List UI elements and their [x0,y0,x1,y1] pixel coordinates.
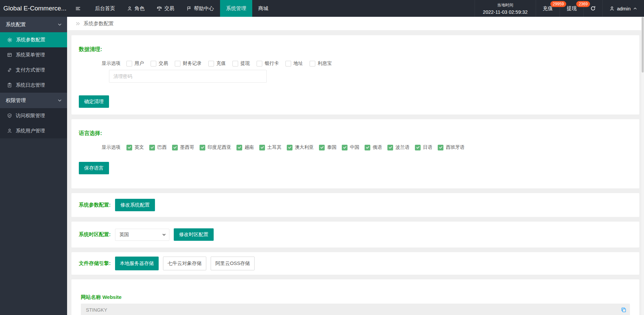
checkbox-checked[interactable] [172,145,178,150]
sidebar-menu: 系统配置系统参数配置系统菜单管理支付方式管理系统日志管理权限管理访问权限管理系统… [0,17,67,138]
breadcrumb: 系统参数配置 [67,17,644,31]
timezone-label: 系统时区配置: [79,231,111,238]
checkbox-label: 墨西哥 [180,144,194,150]
nav-item-roles[interactable]: 角色 [121,0,151,17]
checkbox-option[interactable]: 提现 [232,60,250,66]
checkbox-label: 银行卡 [265,60,279,66]
scrollbar-thumb[interactable] [642,17,644,73]
user-menu[interactable]: admin [602,0,644,17]
checkbox-option[interactable]: 越南 [236,144,254,150]
checkbox-label: 日语 [423,144,432,150]
checkbox-unchecked[interactable] [310,61,315,66]
user-icon [7,128,12,133]
website-name-input[interactable] [81,304,630,315]
checkbox-option[interactable]: 俄语 [365,144,382,150]
checkbox-checked[interactable] [415,145,421,150]
scales-icon [157,6,162,11]
checkbox-option[interactable]: 西班牙语 [438,144,465,150]
checkbox-option[interactable]: 充值 [208,60,226,66]
checkbox-checked[interactable] [438,145,443,150]
checkbox-checked[interactable] [149,145,155,150]
checkbox-unchecked[interactable] [151,61,156,66]
storage-option-button[interactable]: 阿里云OSS存储 [211,257,255,270]
checkbox-option[interactable]: 印度尼西亚 [200,144,231,150]
checkbox-option[interactable]: 巴西 [149,144,167,150]
chevron-down-icon [57,98,62,103]
nav-item-home[interactable]: 后台首页 [89,0,121,17]
checkbox-checked[interactable] [365,145,370,150]
checkbox-option[interactable]: 英文 [126,144,144,150]
shield-check-icon [7,113,12,118]
recharge-button[interactable]: 充值 29959 [536,0,559,17]
nav-item-label: 角色 [135,5,145,12]
website-name-label: 网站名称 Website [81,294,630,301]
storage-option-button[interactable]: 七牛云对象存储 [163,257,207,270]
checkbox-option[interactable]: 土耳其 [259,144,281,150]
checkbox-option[interactable]: 波兰语 [387,144,410,150]
checkbox-option[interactable]: 泰国 [319,144,336,150]
checkbox-option[interactable]: 利息宝 [310,60,332,66]
checkbox-option[interactable]: 中国 [342,144,359,150]
checkbox-unchecked[interactable] [257,61,262,66]
hamburger-icon [75,6,81,11]
checkbox-checked[interactable] [259,145,265,150]
checkbox-unchecked[interactable] [285,61,291,66]
storage-option-button-active[interactable]: 本地服务器存储 [115,257,159,270]
checkbox-option[interactable]: 墨西哥 [172,144,194,150]
checkbox-unchecked[interactable] [175,61,180,66]
checkbox-label: 西班牙语 [446,144,465,150]
caret-down-icon [162,232,166,237]
checkbox-checked[interactable] [126,145,132,150]
checkbox-unchecked[interactable] [126,61,132,66]
checkbox-label: 泰国 [327,144,336,150]
nav-item-trade[interactable]: 交易 [151,0,180,17]
checkbox-label: 俄语 [373,144,382,150]
scrollbar-track[interactable] [641,17,644,315]
modify-timezone-button[interactable]: 修改时区配置 [174,228,214,241]
sidebar-item-system-logs[interactable]: 系统日志管理 [0,78,67,93]
checkbox-option[interactable]: 财务记录 [175,60,202,66]
checkbox-checked[interactable] [287,145,292,150]
clean-password-input[interactable] [109,70,267,83]
checkbox-checked[interactable] [236,145,242,150]
checkbox-option[interactable]: 澳大利亚 [287,144,314,150]
checkbox-unchecked[interactable] [208,61,214,66]
withdraw-badge: 2369 [576,1,590,7]
sidebar-section-label: 系统配置 [6,21,26,28]
hamburger-button[interactable] [67,0,89,17]
app-logo[interactable]: Global E-Commerce... [0,0,67,17]
panel-title: 数据清理: [71,35,639,53]
checkbox-option[interactable]: 日语 [415,144,432,150]
checkbox-label: 中国 [350,144,359,150]
checkbox-option[interactable]: 交易 [151,60,168,66]
confirm-clean-button[interactable]: 确定清理 [79,95,109,108]
modify-system-config-button[interactable]: 修改系统配置 [115,199,155,211]
sidebar-item-payment-methods[interactable]: 支付方式管理 [0,62,67,78]
copy-icon[interactable] [621,307,627,313]
timezone-select[interactable]: 英国 [115,229,169,241]
checkbox-label: 提现 [240,60,250,66]
checkbox-checked[interactable] [387,145,393,150]
sidebar-section-permission-mgmt[interactable]: 权限管理 [0,93,67,108]
checkbox-unchecked[interactable] [232,61,238,66]
checkbox-option[interactable]: 用户 [126,60,144,66]
chevron-up-icon [633,6,637,11]
sidebar-item-system-users[interactable]: 系统用户管理 [0,123,67,138]
sidebar-item-system-params[interactable]: 系统参数配置 [0,32,67,47]
sidebar-item-system-menu[interactable]: 系统菜单管理 [0,47,67,62]
link-icon [7,68,12,73]
nav-item-system-admin[interactable]: 系统管理 [220,0,252,17]
checkbox-checked[interactable] [200,145,205,150]
nav-item-help-center[interactable]: 帮助中心 [180,0,220,17]
sidebar-item-label: 系统日志管理 [16,82,45,88]
sidebar-item-access-permissions[interactable]: 访问权限管理 [0,108,67,123]
checkbox-option[interactable]: 银行卡 [257,60,279,66]
sidebar-section-system-config[interactable]: 系统配置 [0,17,67,32]
checkbox-option[interactable]: 地址 [285,60,303,66]
checkbox-label: 用户 [135,60,144,66]
checkbox-checked[interactable] [319,145,325,150]
checkbox-label: 越南 [245,144,254,150]
save-language-button[interactable]: 保存语言 [79,162,109,174]
nav-item-mall[interactable]: 商城 [252,0,274,17]
checkbox-checked[interactable] [342,145,347,150]
